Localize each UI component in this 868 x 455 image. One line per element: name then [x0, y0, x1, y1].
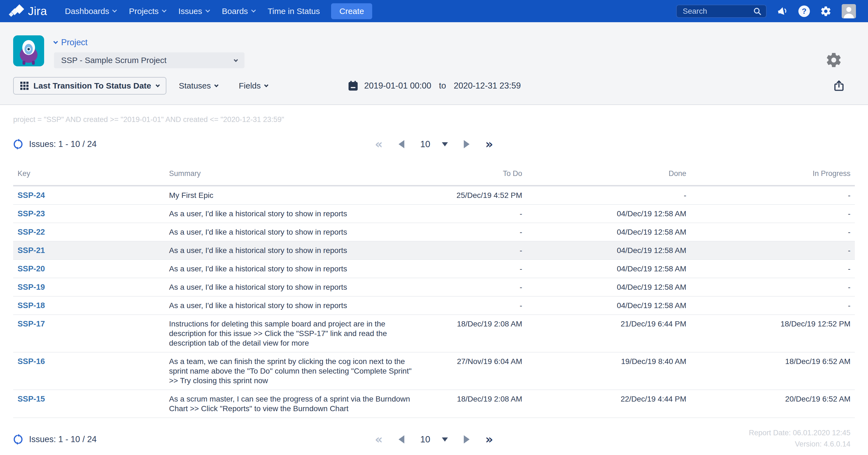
inprogress-date: - [691, 296, 855, 315]
column-header-done[interactable]: Done [527, 164, 691, 186]
create-button[interactable]: Create [331, 3, 372, 19]
column-header-inprogress[interactable]: In Progress [691, 164, 855, 186]
table-row[interactable]: SSP-19 As a user, I'd like a historical … [13, 278, 855, 296]
todo-date: 18/Dec/19 2:08 AM [417, 315, 527, 352]
announcement-icon[interactable] [777, 5, 788, 17]
inprogress-date: 20/Dec/19 6:52 AM [691, 390, 855, 418]
table-row[interactable]: SSP-23 As a user, I'd like a historical … [13, 205, 855, 223]
main-menu: Dashboards Projects Issues Boards Time i… [59, 7, 327, 16]
report-type-dropdown[interactable]: Last Transition To Status Date [13, 77, 166, 95]
done-date: 04/Dec/19 12:58 AM [527, 205, 691, 223]
issue-key-link[interactable]: SSP-21 [18, 246, 45, 255]
report-settings-gear-icon[interactable] [825, 52, 842, 68]
statuses-label: Statuses [179, 81, 211, 90]
date-from: 2019-01-01 00:00 [364, 81, 431, 91]
jql-query-text: project = "SSP" AND created >= "2019-01-… [13, 105, 855, 124]
table-header-row: Key Summary To Do Done In Progress [13, 164, 855, 186]
issue-key-link[interactable]: SSP-23 [18, 209, 45, 218]
jira-logo[interactable]: Jira [8, 3, 47, 20]
nav-item-time-in-status[interactable]: Time in Status [261, 7, 327, 16]
top-toolbar: Issues: 1 - 10 / 24 « 10 » [13, 135, 855, 153]
issue-key-link[interactable]: SSP-24 [18, 191, 45, 200]
report-body: project = "SSP" AND created >= "2019-01-… [0, 105, 868, 448]
first-page-button[interactable]: « [375, 433, 382, 446]
issue-key-link[interactable]: SSP-20 [18, 264, 45, 273]
grid-icon [20, 82, 29, 90]
issue-key-link[interactable]: SSP-19 [18, 282, 45, 291]
table-row[interactable]: SSP-18 As a user, I'd like a historical … [13, 296, 855, 315]
page-size-value: 10 [420, 139, 430, 149]
column-header-key[interactable]: Key [13, 164, 165, 186]
search-icon [753, 7, 762, 16]
next-page-button[interactable] [464, 435, 469, 444]
pagination-top: « 10 » [375, 138, 493, 150]
issue-key-link[interactable]: SSP-16 [18, 357, 45, 366]
project-dropdown-toggle[interactable]: Project [54, 37, 245, 48]
table-row[interactable]: SSP-15 As a scrum master, I can see the … [13, 390, 855, 418]
done-date: 22/Dec/19 4:44 PM [527, 390, 691, 418]
issue-summary: My First Epic [169, 190, 413, 200]
issue-summary: As a user, I'd like a historical story t… [169, 209, 413, 218]
gear-icon[interactable] [820, 5, 832, 17]
report-header: Project SSP - Sample Scrum Project Last … [0, 22, 868, 105]
top-navbar: Jira Dashboards Projects Issues Boards T… [0, 0, 868, 22]
date-separator: to [437, 81, 448, 91]
fields-dropdown[interactable]: Fields [239, 81, 268, 90]
fields-label: Fields [239, 81, 261, 90]
inprogress-date: 18/Dec/19 6:52 AM [691, 352, 855, 390]
search-box[interactable] [676, 5, 767, 18]
date-range-picker[interactable]: 2019-01-01 00:00 to 2020-12-31 23:59 [347, 80, 521, 92]
project-select-value: SSP - Sample Scrum Project [61, 56, 167, 65]
statuses-dropdown[interactable]: Statuses [179, 81, 218, 90]
page-size-select[interactable]: 10 [420, 139, 448, 149]
table-row[interactable]: SSP-16 As a team, we can finish the spri… [13, 352, 855, 390]
table-row[interactable]: SSP-24 My First Epic 25/Dec/19 4:52 PM -… [13, 186, 855, 205]
bottom-toolbar: Issues: 1 - 10 / 24 « 10 » Report Date: … [13, 431, 855, 448]
table-row[interactable]: SSP-20 As a user, I'd like a historical … [13, 260, 855, 278]
refresh-icon[interactable] [13, 434, 23, 445]
chevron-down-icon [251, 8, 256, 12]
chevron-down-icon [112, 8, 117, 12]
report-info: Report Date: 06.01.2020 12:45 Version: 4… [749, 427, 850, 450]
project-select[interactable]: SSP - Sample Scrum Project [54, 52, 245, 68]
nav-item-projects[interactable]: Projects [123, 7, 172, 16]
issue-key-link[interactable]: SSP-22 [18, 228, 45, 236]
table-row[interactable]: SSP-21 As a user, I'd like a historical … [13, 241, 855, 260]
help-icon[interactable]: ? [798, 5, 810, 17]
last-page-button[interactable]: » [486, 433, 493, 446]
issue-key-link[interactable]: SSP-18 [18, 301, 45, 310]
refresh-icon[interactable] [13, 139, 23, 150]
inprogress-date: - [691, 260, 855, 278]
prev-page-button[interactable] [399, 435, 404, 444]
calendar-icon [347, 80, 359, 92]
pagination-bottom: « 10 » [375, 433, 493, 446]
search-input[interactable] [682, 7, 753, 16]
done-date: 21/Dec/19 6:44 PM [527, 315, 691, 352]
nav-item-boards[interactable]: Boards [216, 7, 261, 16]
issue-summary: As a user, I'd like a historical story t… [169, 282, 413, 292]
chevron-down-icon [234, 58, 238, 62]
issues-count-label: Issues: 1 - 10 / 24 [29, 139, 96, 149]
next-page-button[interactable] [464, 140, 469, 148]
issue-summary: As a user, I'd like a historical story t… [169, 227, 413, 237]
chevron-down-icon [264, 83, 269, 87]
issue-summary: As a user, I'd like a historical story t… [169, 264, 413, 274]
issue-key-link[interactable]: SSP-17 [18, 319, 45, 328]
user-avatar[interactable] [842, 4, 856, 18]
inprogress-date: 18/Dec/19 12:52 PM [691, 315, 855, 352]
table-row[interactable]: SSP-22 As a user, I'd like a historical … [13, 223, 855, 241]
first-page-button[interactable]: « [375, 138, 382, 150]
nav-item-issues[interactable]: Issues [172, 7, 216, 16]
report-type-label: Last Transition To Status Date [33, 81, 151, 90]
done-date: 04/Dec/19 12:58 AM [527, 296, 691, 315]
issue-key-link[interactable]: SSP-15 [18, 394, 45, 403]
export-button[interactable] [833, 80, 845, 92]
table-row[interactable]: SSP-17 Instructions for deleting this sa… [13, 315, 855, 352]
nav-item-dashboards[interactable]: Dashboards [59, 7, 123, 16]
page-size-select[interactable]: 10 [420, 434, 448, 445]
last-page-button[interactable]: » [486, 138, 493, 150]
column-header-summary[interactable]: Summary [165, 164, 417, 186]
column-header-todo[interactable]: To Do [417, 164, 527, 186]
done-date: - [527, 186, 691, 205]
prev-page-button[interactable] [399, 140, 404, 148]
